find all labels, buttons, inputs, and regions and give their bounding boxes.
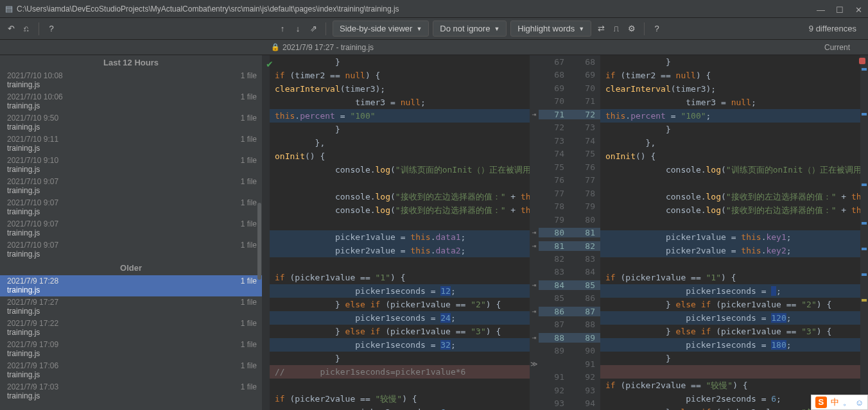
code-line[interactable]: } else if (picker1value == "2") { [600, 298, 860, 311]
prev-diff-icon[interactable]: ↑ [277, 23, 288, 35]
close-icon[interactable]: ✕ [855, 5, 863, 13]
diff-marker-icon[interactable]: ≫ [530, 360, 539, 368]
history-item[interactable]: 2021/7/10 9:101 filetraining.js [0, 155, 262, 176]
code-line[interactable]: picker2value = this.data2; [270, 244, 530, 257]
diff-marker[interactable] [862, 248, 867, 250]
ime-toolbar[interactable]: S 中 。 ☺ [811, 395, 868, 410]
code-line[interactable] [270, 379, 530, 392]
code-line[interactable]: picker1seconds = 180; [600, 338, 860, 352]
help-icon[interactable]: ? [46, 23, 57, 35]
code-line[interactable] [600, 257, 860, 271]
viewer-mode-dropdown[interactable]: Side-by-side viewer ▼ [333, 21, 429, 37]
code-line[interactable]: picker1seconds = ; [600, 284, 860, 298]
code-line[interactable]: } else if (picker1value == "2") { [270, 298, 530, 311]
revert-icon[interactable]: ⎌ [21, 23, 32, 35]
code-line[interactable] [270, 217, 530, 230]
code-line[interactable]: } [270, 123, 530, 136]
maximize-icon[interactable]: ☐ [836, 5, 844, 13]
ime-lang-label[interactable]: 中 [831, 397, 839, 408]
code-line[interactable]: picker1value = this.data1; [270, 230, 530, 244]
code-line[interactable]: if (picker2value == "较慢") { [600, 379, 860, 392]
code-line[interactable]: picker1seconds = 12; [270, 284, 530, 298]
history-item[interactable]: 2021/7/10 9:111 filetraining.js [0, 133, 262, 155]
code-line[interactable] [270, 176, 530, 190]
code-line[interactable]: timer3 = null; [270, 96, 530, 109]
code-line[interactable]: } [600, 352, 860, 365]
code-line[interactable]: timer3 = null; [600, 96, 860, 109]
diff-marker-icon[interactable]: ⇥ [530, 334, 539, 342]
scrollbar-thumb[interactable] [257, 203, 261, 280]
diff-marker[interactable] [862, 273, 867, 276]
left-code-pane[interactable]: } if (timer2 == null) { clearInterval(ti… [270, 55, 530, 410]
code-line[interactable]: console.log("训练页面的onInit（）正在被调用"); [600, 163, 860, 176]
history-item[interactable]: 2021/7/10 10:061 filetraining.js [0, 91, 262, 112]
code-line[interactable]: this.percent = "100" [270, 109, 530, 123]
history-item[interactable]: 2021/7/9 17:281 filetraining.js [0, 275, 262, 296]
code-line[interactable]: if (picker2value == "较慢") { [270, 392, 530, 406]
code-line[interactable]: }, [270, 136, 530, 149]
code-line[interactable]: onInit() { [270, 149, 530, 163]
code-line[interactable]: if (picker1value == "1") { [600, 271, 860, 284]
code-line[interactable]: console.log("接收到的右边选择器的值：" + this. [600, 203, 860, 217]
code-line[interactable]: } else if (picker1value == "3") { [600, 325, 860, 338]
diff-marker[interactable] [862, 184, 867, 186]
minimize-icon[interactable]: — [817, 5, 824, 13]
code-line[interactable]: picker2seconds = 6: [270, 406, 530, 410]
diff-marker[interactable] [862, 299, 867, 302]
code-line[interactable]: } [270, 55, 530, 69]
ignore-mode-dropdown[interactable]: Do not ignore ▼ [433, 21, 507, 37]
code-line[interactable]: console.log("接收到的左边选择器的值：" + thi [270, 190, 530, 203]
code-line[interactable]: this.percent = "100"; [600, 109, 860, 123]
collapse-icon[interactable]: ⇄ [595, 23, 607, 35]
code-line[interactable]: }, [600, 136, 860, 149]
code-line[interactable]: picker1seconds = 24; [270, 311, 530, 325]
code-line[interactable]: console.log("训练页面的onInit（）正在被调用" [270, 163, 530, 176]
code-line[interactable]: console.log("接收到的右边选择器的值：" + thi [270, 203, 530, 217]
settings-gear-icon[interactable]: ⚙ [626, 23, 638, 35]
history-item[interactable]: 2021/7/10 9:071 filetraining.js [0, 176, 262, 197]
code-line[interactable]: } [600, 55, 860, 69]
diff-marker-icon[interactable]: ⇥ [530, 228, 539, 237]
diff-marker-icon[interactable]: ⇥ [530, 281, 539, 289]
code-line[interactable]: picker2value = this.key2; [600, 244, 860, 257]
diff-marker-icon[interactable]: ⇥ [530, 110, 539, 119]
code-line[interactable]: } [270, 352, 530, 365]
code-line[interactable]: onInit() { [600, 149, 860, 163]
help-icon[interactable]: ? [651, 23, 663, 35]
sync-scroll-icon[interactable]: ⎍ [611, 23, 622, 35]
code-line[interactable]: picker1seconds = 32; [270, 338, 530, 352]
diff-marker[interactable] [862, 222, 867, 225]
code-line[interactable]: if (timer2 == null) { [270, 69, 530, 82]
history-item[interactable]: 2021/7/10 10:081 filetraining.js [0, 70, 262, 91]
code-line[interactable]: picker1seconds = 120; [600, 311, 860, 325]
code-line[interactable]: clearInterval(timer3); [600, 82, 860, 96]
history-item[interactable]: 2021/7/10 9:501 filetraining.js [0, 112, 262, 133]
history-item[interactable]: 2021/7/9 17:091 filetraining.js [0, 339, 262, 360]
ime-emoji-icon[interactable]: ☺ [855, 398, 864, 407]
ime-punct-icon[interactable]: 。 [843, 397, 851, 408]
undo-icon[interactable]: ↶ [5, 23, 17, 35]
code-line[interactable]: if (picker1value == "1") { [270, 271, 530, 284]
diff-marker[interactable] [862, 113, 867, 115]
apply-icon[interactable]: ⇗ [308, 23, 319, 35]
next-diff-icon[interactable]: ↓ [292, 23, 304, 35]
history-item[interactable]: 2021/7/9 17:221 filetraining.js [0, 318, 262, 339]
history-item[interactable]: 2021/7/10 9:071 filetraining.js [0, 197, 262, 218]
diff-marker-icon[interactable]: ⇥ [530, 307, 539, 316]
history-item[interactable]: 2021/7/10 9:071 filetraining.js [0, 239, 262, 261]
highlight-mode-dropdown[interactable]: Highlight words ▼ [510, 21, 591, 37]
history-item[interactable]: 2021/7/9 17:031 filetraining.js [0, 381, 262, 402]
code-line[interactable]: } [600, 123, 860, 136]
right-marker-strip[interactable] [860, 55, 868, 410]
history-item[interactable]: 2021/7/9 17:271 filetraining.js [0, 296, 262, 318]
history-item[interactable]: 2021/7/9 17:061 filetraining.js [0, 360, 262, 381]
code-line[interactable] [600, 217, 860, 230]
sidebar-scrollbar[interactable] [257, 55, 262, 410]
code-line[interactable] [600, 176, 860, 190]
diff-marker[interactable] [862, 68, 867, 71]
code-line[interactable]: clearInterval(timer3); [270, 82, 530, 96]
right-code-pane[interactable]: } if (timer2 == null) { clearInterval(ti… [600, 55, 860, 410]
code-line[interactable]: } else if (picker1value == "3") { [270, 325, 530, 338]
code-line[interactable] [270, 257, 530, 271]
code-line[interactable]: // picker1seconds=picker1value*6 [270, 365, 530, 379]
